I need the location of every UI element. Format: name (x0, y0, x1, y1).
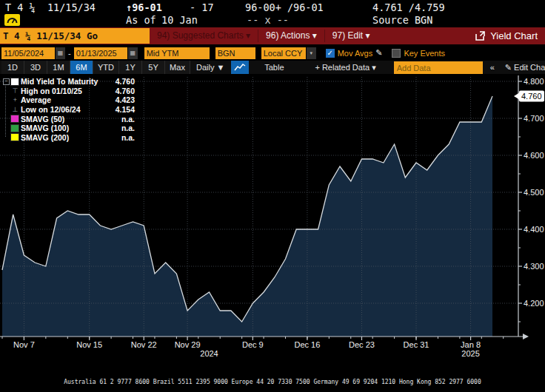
legend-row-smavg50[interactable]: SMAVG (50) n.a. (3, 114, 135, 124)
terminal-footer: Australia 61 2 9777 8600 Brazil 5511 239… (0, 363, 545, 392)
tab-5y[interactable]: 5Y (142, 61, 165, 75)
legend-label: Low on 12/06/24 (21, 105, 108, 114)
average-marker-icon: + (11, 96, 19, 104)
series-swatch (11, 125, 19, 132)
legend-label: Mid Yield To Maturity (21, 77, 108, 86)
x-tick-label: Dec 16 (294, 340, 320, 349)
x-axis-arrow (523, 334, 529, 339)
menu-actions[interactable]: 96) Actions ▾ (258, 27, 324, 44)
bid-ask: 96-00+ /96-01 (245, 1, 324, 13)
tab-3d[interactable]: 3D (24, 61, 47, 75)
date-range-separator: - (65, 49, 74, 58)
chart-settings-row: 11/05/2024 ▦ - 01/13/2025 ▦ Mid YTM BGN … (0, 45, 545, 61)
tab-max[interactable]: Max (165, 61, 190, 75)
security-chip[interactable]: T 4 ¼ 11/15/34 Go (0, 28, 150, 44)
last-value-label: 4.760 (521, 92, 542, 101)
legend-row-smavg100[interactable]: SMAVG (100) n.a. (3, 124, 135, 133)
currency-dropdown[interactable]: Local CCY ▾ (261, 47, 316, 59)
line-chart-icon[interactable] (231, 61, 249, 75)
x-tick-label: Dec 23 (349, 340, 375, 349)
tab-ytd[interactable]: YTD (93, 61, 119, 75)
mov-avgs-checkbox[interactable]: ✓ (326, 49, 335, 58)
y-tick-label: 4.400 (524, 225, 544, 234)
bid-ask-yield: 4.761 /4.759 (372, 1, 445, 13)
y-tick-label: 4.600 (524, 151, 544, 160)
y-tick-label: 4.500 (524, 188, 544, 197)
export-icon[interactable] (475, 31, 485, 41)
legend-value: 4.423 (108, 95, 135, 104)
collapse-tree-icon[interactable]: − (3, 78, 10, 85)
last-price: ↑96-01 (126, 1, 162, 13)
legend-label: Average (21, 95, 108, 104)
security-description: T 4 ¼ 11/15/34 (5, 1, 96, 13)
tab-1m[interactable]: 1M (47, 61, 70, 75)
legend-value: 4.154 (108, 105, 135, 114)
calendar-icon[interactable]: ▦ (55, 47, 65, 59)
legend-value: n.a. (108, 115, 135, 124)
tab-1d[interactable]: 1D (1, 61, 24, 75)
legend-row-average[interactable]: + Average 4.423 (3, 95, 135, 105)
edit-pencil-icon[interactable]: ✎ (375, 48, 382, 58)
key-events-checkbox[interactable] (392, 49, 401, 58)
date-to-field[interactable]: 01/13/2025 (74, 47, 127, 59)
menu-edit[interactable]: 97) Edit ▾ (325, 27, 378, 44)
add-data-input[interactable] (394, 61, 483, 74)
tab-1y[interactable]: 1Y (119, 61, 142, 75)
menu-suggested-charts[interactable]: 94) Suggested Charts ▾ (150, 27, 258, 44)
related-data-dropdown[interactable]: + Related Data ▾ (309, 61, 381, 75)
x-tick-label: Nov 15 (76, 340, 102, 349)
as-of-label: As of (126, 14, 156, 26)
chart-legend: − Mid Yield To Maturity 4.760 ⊤ High on … (3, 77, 135, 142)
mov-avgs-label: Mov Avgs (338, 49, 373, 58)
speedometer-icon (7, 16, 18, 24)
legend-value: 4.760 (108, 87, 135, 95)
legend-value: n.a. (108, 133, 135, 142)
legend-label: SMAVG (100) (21, 124, 108, 132)
key-events-label: Key Events (404, 49, 445, 58)
x-year-label: 2025 (461, 349, 479, 358)
series-swatch (11, 78, 19, 85)
last-value-notch (514, 92, 520, 100)
calendar-icon[interactable]: ▦ (127, 47, 138, 59)
x-tick-label: Nov 7 (13, 340, 35, 349)
legend-label: SMAVG (50) (21, 115, 108, 124)
date-from-field[interactable]: 11/05/2024 (1, 47, 55, 59)
x-tick-label: Jan 8 (461, 340, 481, 349)
market-depth: -- x -- (247, 14, 289, 26)
tab-6m[interactable]: 6M (70, 61, 93, 75)
legend-row-high[interactable]: ⊤ High on 01/10/25 4.760 (3, 87, 135, 96)
legend-value: n.a. (108, 124, 135, 132)
price-source: Source BGN (372, 14, 432, 26)
command-bar: T 4 ¼ 11/15/34 Go 94) Suggested Charts ▾… (0, 27, 545, 44)
edit-chart-button[interactable]: ✎ Edit Chart (499, 61, 545, 75)
low-marker-icon: ⊥ (11, 106, 19, 113)
legend-value: 4.760 (108, 77, 135, 86)
field-selector[interactable]: Mid YTM (144, 47, 210, 59)
series-swatch (11, 134, 19, 141)
quote-header: T 4 ¼ 11/15/34 ↑96-01 - 17 96-00+ /96-01… (0, 0, 545, 27)
legend-row-low[interactable]: ⊥ Low on 12/06/24 4.154 (3, 105, 135, 115)
series-swatch (11, 115, 19, 122)
y-tick-label: 4.300 (524, 262, 544, 271)
x-year-label: 2024 (200, 349, 218, 358)
x-tick-label: Nov 29 (175, 340, 201, 349)
x-tick-label: Dec 31 (404, 340, 429, 349)
as-of-date: 10 Jan (161, 14, 198, 26)
legend-label: SMAVG (200) (21, 133, 108, 142)
footer-contact-line1: Australia 61 2 9777 8600 Brazil 5511 239… (0, 379, 545, 387)
pricing-source-field[interactable]: BGN (215, 47, 255, 59)
legend-row-smavg200[interactable]: SMAVG (200) n.a. (3, 133, 135, 143)
chart-area: 4.2004.3004.4004.5004.6004.7004.800Nov 7… (0, 74, 545, 362)
x-tick-label: Nov 22 (131, 340, 157, 349)
legend-row-mid-yield[interactable]: − Mid Yield To Maturity 4.760 (3, 77, 135, 87)
collapse-panel-button[interactable]: « (486, 61, 499, 75)
bloomberg-terminal-window: T 4 ¼ 11/15/34 ↑96-01 - 17 96-00+ /96-01… (0, 0, 545, 392)
frequency-dropdown[interactable]: Daily ▼ (190, 61, 230, 75)
table-button[interactable]: Table (250, 61, 298, 75)
legend-label: High on 01/10/25 (21, 87, 108, 95)
chart-toolbar: 1D 3D 1M 6M YTD 1Y 5Y Max Daily ▼ Table … (0, 61, 545, 75)
command-bar-right: Yield Chart (475, 30, 545, 41)
y-tick-label: 4.200 (524, 299, 544, 308)
y-tick-label: 4.800 (524, 77, 544, 86)
chevron-down-icon[interactable]: ▾ (306, 47, 316, 59)
